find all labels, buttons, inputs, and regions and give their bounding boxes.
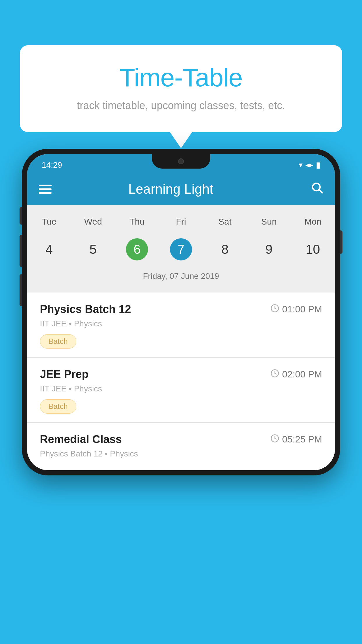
schedule-item-1-subtitle: IIT JEE • Physics — [40, 319, 322, 328]
schedule-item-1-title: Physics Batch 12 — [40, 303, 131, 316]
schedule-item-2-time: 02:00 PM — [270, 369, 322, 380]
schedule-item-1[interactable]: Physics Batch 12 01:00 PM IIT JEE • P — [27, 293, 335, 358]
schedule-item-1-time: 01:00 PM — [270, 304, 322, 315]
battery-icon: ▮ — [316, 160, 320, 170]
schedule-item-2-title: JEE Prep — [40, 368, 89, 381]
day-name-fri: Fri — [159, 214, 203, 230]
volume-down-button — [20, 274, 22, 306]
schedule-item-3-time: 05:25 PM — [270, 434, 322, 445]
schedule-item-3-time-text: 05:25 PM — [282, 434, 322, 445]
schedule-item-1-time-text: 01:00 PM — [282, 304, 322, 315]
clock-icon-2 — [270, 369, 279, 380]
speech-bubble: Time-Table track timetable, upcoming cla… — [20, 45, 342, 132]
day-names-row: Tue Wed Thu Fri Sat Sun Mon — [27, 211, 335, 232]
day-name-sat: Sat — [203, 214, 247, 230]
day-6[interactable]: 6 — [115, 235, 159, 263]
svg-point-0 — [312, 183, 320, 191]
day-name-tue: Tue — [27, 214, 71, 230]
schedule-item-2-subtitle: IIT JEE • Physics — [40, 384, 322, 393]
schedule-item-3-subtitle: Physics Batch 12 • Physics — [40, 449, 322, 459]
schedule-list: Physics Batch 12 01:00 PM IIT JEE • P — [27, 293, 335, 470]
day-9[interactable]: 9 — [247, 235, 291, 263]
signal-icon: ◂▸ — [305, 160, 313, 169]
day-circle-today[interactable]: 6 — [126, 238, 148, 260]
phone-container: 14:29 ▾ ◂▸ ▮ Learning Light — [22, 149, 340, 644]
camera — [178, 158, 184, 164]
speech-bubble-container: Time-Table track timetable, upcoming cla… — [20, 45, 342, 132]
day-8[interactable]: 8 — [203, 235, 247, 263]
schedule-item-2-time-text: 02:00 PM — [282, 369, 322, 380]
search-button[interactable] — [310, 181, 323, 197]
status-time: 14:29 — [42, 160, 62, 170]
schedule-item-2[interactable]: JEE Prep 02:00 PM IIT JEE • Physics — [27, 358, 335, 423]
calendar-section: Tue Wed Thu Fri Sat Sun Mon 4 5 6 7 — [27, 205, 335, 293]
status-icons: ▾ ◂▸ ▮ — [299, 160, 320, 170]
day-name-mon: Mon — [291, 214, 335, 230]
phone-frame: 14:29 ▾ ◂▸ ▮ Learning Light — [22, 149, 340, 475]
batch-tag-1: Batch — [40, 334, 76, 349]
day-name-sun: Sun — [247, 214, 291, 230]
day-name-wed: Wed — [71, 214, 115, 230]
day-4[interactable]: 4 — [27, 235, 71, 263]
app-title: Learning Light — [60, 181, 281, 197]
menu-button[interactable] — [39, 185, 52, 194]
schedule-item-1-header: Physics Batch 12 01:00 PM — [40, 303, 322, 316]
day-circle-selected[interactable]: 7 — [170, 238, 192, 260]
day-7[interactable]: 7 — [159, 235, 203, 263]
day-numbers-row: 4 5 6 7 8 9 10 — [27, 232, 335, 269]
mute-button — [20, 207, 22, 225]
schedule-item-3-title: Remedial Class — [40, 433, 122, 446]
day-name-thu: Thu — [115, 214, 159, 230]
bubble-subtitle: track timetable, upcoming classes, tests… — [43, 99, 319, 112]
selected-date-label: Friday, 07 June 2019 — [27, 269, 335, 287]
day-10[interactable]: 10 — [291, 235, 335, 263]
schedule-item-2-header: JEE Prep 02:00 PM — [40, 368, 322, 381]
phone-screen: 14:29 ▾ ◂▸ ▮ Learning Light — [27, 154, 335, 470]
power-button — [340, 230, 342, 254]
phone-notch — [152, 154, 210, 169]
volume-up-button — [20, 235, 22, 267]
bubble-title: Time-Table — [43, 63, 319, 92]
clock-icon-3 — [270, 434, 279, 445]
day-5[interactable]: 5 — [71, 235, 115, 263]
schedule-item-3-header: Remedial Class 05:25 PM — [40, 433, 322, 446]
clock-icon-1 — [270, 304, 279, 315]
batch-tag-2: Batch — [40, 399, 76, 414]
svg-line-1 — [319, 190, 322, 193]
app-bar: Learning Light — [27, 173, 335, 205]
schedule-item-3[interactable]: Remedial Class 05:25 PM Physics Batch — [27, 423, 335, 470]
wifi-icon: ▾ — [299, 160, 303, 169]
